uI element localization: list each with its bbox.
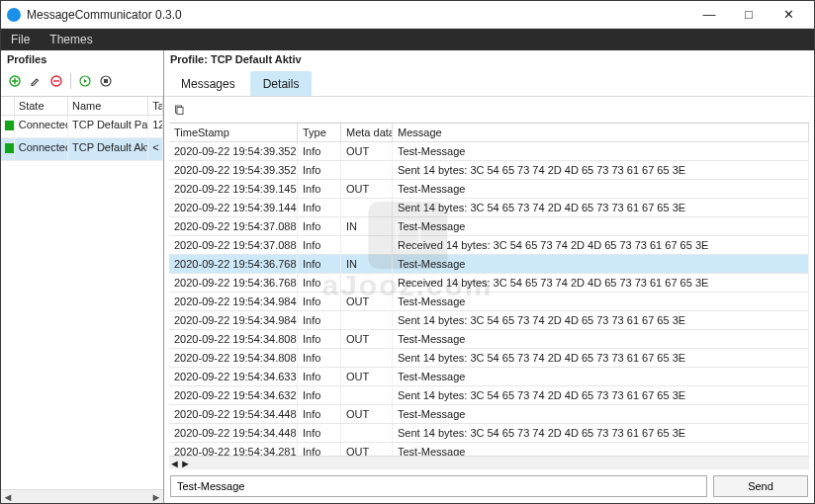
cell-type: Info	[298, 311, 341, 329]
cell-metadata: OUT	[341, 368, 393, 385]
cell-timestamp: 2020-09-22 19:54:39.352	[169, 161, 298, 179]
cell-metadata: OUT	[341, 405, 393, 423]
cell-type: Info	[298, 199, 341, 216]
log-row[interactable]: 2020-09-22 19:54:34.633InfoOUTTest-Messa…	[169, 368, 809, 386]
log-row[interactable]: 2020-09-22 19:54:37.088InfoINTest-Messag…	[169, 217, 809, 236]
scroll-right-icon[interactable]: ►	[180, 458, 191, 469]
profile-tail: 12	[148, 116, 163, 137]
profiles-body: ConnectedTCP Default Passiv12ConnectedTC…	[1, 116, 163, 489]
cell-message: Sent 14 bytes: 3C 54 65 73 74 2D 4D 65 7…	[393, 199, 809, 216]
cell-timestamp: 2020-09-22 19:54:34.808	[169, 330, 298, 348]
log-row[interactable]: 2020-09-22 19:54:39.352InfoSent 14 bytes…	[169, 161, 809, 180]
col-status[interactable]	[1, 97, 15, 115]
menu-file[interactable]: File	[1, 29, 40, 50]
tab-details[interactable]: Details	[250, 71, 313, 96]
log-row[interactable]: 2020-09-22 19:54:34.984InfoOUTTest-Messa…	[169, 293, 809, 311]
profile-title: Profile: TCP Default Aktiv	[164, 50, 814, 69]
cell-type: Info	[298, 405, 341, 423]
log-row[interactable]: 2020-09-22 19:54:34.448InfoSent 14 bytes…	[169, 424, 809, 443]
cell-timestamp: 2020-09-22 19:54:36.768	[169, 274, 298, 292]
details-pane: Profile: TCP Default Aktiv Messages Deta…	[164, 50, 814, 503]
cell-timestamp: 2020-09-22 19:54:37.088	[169, 217, 298, 235]
cell-timestamp: 2020-09-22 19:54:34.808	[169, 349, 298, 367]
cell-message: Test-Message	[393, 330, 809, 348]
cell-type: Info	[298, 274, 341, 292]
profiles-toolbar	[1, 69, 163, 96]
scroll-left-icon[interactable]: ◄	[169, 458, 180, 469]
log-row[interactable]: 2020-09-22 19:54:39.352InfoOUTTest-Messa…	[169, 142, 809, 161]
edit-profile-button[interactable]	[26, 71, 45, 91]
log-row[interactable]: 2020-09-22 19:54:37.088InfoReceived 14 b…	[169, 236, 809, 255]
cell-type: Info	[298, 236, 341, 254]
log-row[interactable]: 2020-09-22 19:54:34.281InfoOUTTest-Messa…	[169, 443, 809, 456]
log-row[interactable]: 2020-09-22 19:54:34.448InfoOUTTest-Messa…	[169, 405, 809, 424]
cell-message: Sent 14 bytes: 3C 54 65 73 74 2D 4D 65 7…	[393, 386, 809, 404]
message-input[interactable]	[170, 475, 707, 497]
profile-row[interactable]: ConnectedTCP Default Passiv12	[1, 116, 163, 138]
cell-message: Test-Message	[393, 255, 809, 273]
grid-columns: TimeStamp Type Meta data Message	[169, 124, 809, 142]
col-timestamp[interactable]: TimeStamp	[169, 124, 298, 141]
grid-hscroll[interactable]: ◄ ►	[169, 456, 809, 469]
cell-metadata: OUT	[341, 180, 393, 198]
tabbar: Messages Details	[164, 69, 814, 97]
log-row[interactable]: 2020-09-22 19:54:34.808InfoSent 14 bytes…	[169, 349, 809, 368]
app-window: MessageCommunicator 0.3.0 ― □ ✕ File The…	[0, 0, 815, 504]
maximize-button[interactable]: □	[729, 2, 769, 28]
log-row[interactable]: 2020-09-22 19:54:36.768InfoReceived 14 b…	[169, 274, 809, 293]
titlebar: MessageCommunicator 0.3.0 ― □ ✕	[1, 1, 814, 29]
cell-timestamp: 2020-09-22 19:54:34.448	[169, 424, 298, 442]
col-type[interactable]: Type	[298, 124, 341, 141]
cell-type: Info	[298, 424, 341, 442]
cell-timestamp: 2020-09-22 19:54:34.984	[169, 311, 298, 329]
copy-button[interactable]	[169, 100, 189, 120]
profile-row[interactable]: ConnectedTCP Default Aktiv<	[1, 138, 163, 161]
log-row[interactable]: 2020-09-22 19:54:34.808InfoOUTTest-Messa…	[169, 330, 809, 349]
log-row[interactable]: 2020-09-22 19:54:34.632InfoSent 14 bytes…	[169, 386, 809, 405]
log-row[interactable]: 2020-09-22 19:54:39.145InfoOUTTest-Messa…	[169, 180, 809, 199]
cell-type: Info	[298, 368, 341, 385]
log-row[interactable]: 2020-09-22 19:54:39.144InfoSent 14 bytes…	[169, 199, 809, 217]
cell-message: Sent 14 bytes: 3C 54 65 73 74 2D 4D 65 7…	[393, 349, 809, 367]
cell-type: Info	[298, 293, 341, 310]
col-name[interactable]: Name	[68, 97, 148, 115]
cell-metadata: IN	[341, 255, 393, 273]
cell-message: Received 14 bytes: 3C 54 65 73 74 2D 4D …	[393, 274, 809, 292]
cell-type: Info	[298, 349, 341, 367]
grid-body[interactable]: 2020-09-22 19:54:39.352InfoOUTTest-Messa…	[169, 142, 809, 456]
stop-profile-button[interactable]	[96, 71, 116, 91]
cell-timestamp: 2020-09-22 19:54:39.352	[169, 142, 298, 160]
scroll-right-icon[interactable]: ►	[149, 491, 163, 503]
cell-metadata: OUT	[341, 142, 393, 160]
log-row[interactable]: 2020-09-22 19:54:34.984InfoSent 14 bytes…	[169, 311, 809, 330]
cell-timestamp: 2020-09-22 19:54:34.448	[169, 405, 298, 423]
scroll-left-icon[interactable]: ◄	[1, 491, 15, 503]
cell-metadata: OUT	[341, 293, 393, 310]
profiles-hscroll[interactable]: ◄ ►	[1, 489, 163, 503]
menu-themes[interactable]: Themes	[40, 29, 102, 50]
tab-messages[interactable]: Messages	[168, 71, 248, 96]
col-tail[interactable]: Ta	[148, 97, 163, 115]
cell-metadata	[341, 424, 393, 442]
status-indicator	[1, 116, 15, 137]
cell-metadata	[341, 236, 393, 254]
cell-message: Test-Message	[393, 142, 809, 160]
col-message[interactable]: Message	[393, 124, 809, 141]
cell-timestamp: 2020-09-22 19:54:34.281	[169, 443, 298, 456]
cell-metadata	[341, 349, 393, 367]
col-metadata[interactable]: Meta data	[341, 124, 393, 141]
col-state[interactable]: State	[15, 97, 68, 115]
log-row[interactable]: 2020-09-22 19:54:36.768InfoINTest-Messag…	[169, 255, 809, 274]
minimize-button[interactable]: ―	[689, 2, 729, 28]
start-profile-button[interactable]	[75, 71, 95, 91]
close-button[interactable]: ✕	[769, 2, 808, 28]
cell-metadata	[341, 161, 393, 179]
cell-type: Info	[298, 255, 341, 273]
cell-type: Info	[298, 330, 341, 348]
send-button[interactable]: Send	[713, 475, 808, 497]
profile-name: TCP Default Aktiv	[68, 138, 148, 160]
remove-profile-button[interactable]	[46, 71, 66, 91]
add-profile-button[interactable]	[5, 71, 25, 91]
cell-timestamp: 2020-09-22 19:54:39.145	[169, 180, 298, 198]
cell-timestamp: 2020-09-22 19:54:36.768	[169, 255, 298, 273]
